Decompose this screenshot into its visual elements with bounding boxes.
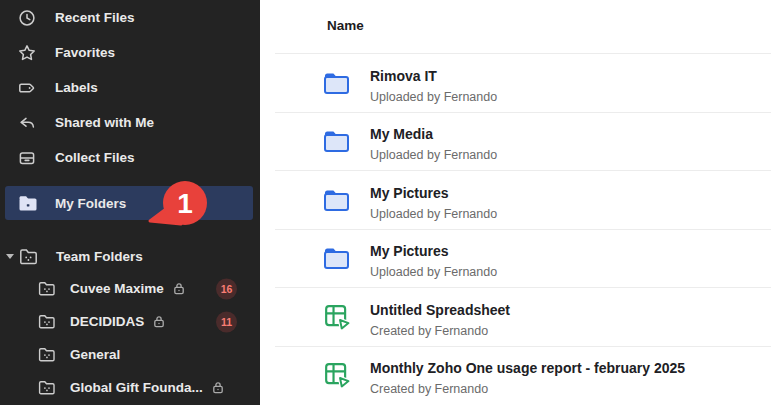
folder-filled-icon — [18, 195, 38, 212]
file-title: Untitled Spreadsheet — [370, 301, 510, 319]
file-subtitle: Created by Fernando — [370, 323, 510, 339]
folder-icon — [323, 246, 350, 270]
team-folder-label: Global Gift Founda... — [70, 380, 203, 395]
folder-icon — [323, 71, 350, 95]
sidebar-item-recent-files[interactable]: Recent Files — [0, 0, 260, 35]
team-folder-label: Cuvee Maxime — [70, 281, 164, 296]
sidebar-item-collect-files[interactable]: Collect Files — [0, 140, 260, 175]
sidebar-team-folder-item[interactable]: General — [0, 338, 260, 371]
file-row[interactable]: Rimova IT Uploaded by Fernando — [275, 53, 771, 112]
sidebar-item-label: My Folders — [55, 196, 126, 211]
team-subfolder-icon — [38, 347, 56, 362]
workdrive-app: Recent Files Favorites Labels — [0, 0, 771, 405]
file-subtitle: Created by Fernando — [370, 381, 685, 397]
count-badge: 16 — [216, 278, 237, 299]
lock-icon — [153, 315, 165, 328]
team-folder-label: DECIDIDAS — [70, 314, 144, 329]
sidebar-item-label: Favorites — [55, 45, 115, 60]
file-subtitle: Uploaded by Fernando — [370, 206, 497, 222]
file-subtitle: Uploaded by Fernando — [370, 264, 497, 280]
tag-icon — [18, 79, 36, 97]
folder-icon — [323, 188, 350, 212]
file-row-text: My Media Uploaded by Fernando — [370, 125, 497, 163]
sidebar-item-my-folders[interactable]: My Folders — [5, 186, 253, 220]
file-row-text: Rimova IT Uploaded by Fernando — [370, 67, 497, 105]
folder-icon — [323, 129, 350, 153]
sidebar-team-folder-item[interactable]: Global Gift Founda... — [0, 371, 260, 404]
file-title: Monthly Zoho One usage report - february… — [370, 359, 685, 377]
file-row[interactable]: My Media Uploaded by Fernando — [275, 112, 771, 171]
sidebar-item-team-folders[interactable]: Team Folders — [0, 240, 260, 272]
sidebar-item-labels[interactable]: Labels — [0, 70, 260, 105]
file-row-text: My Pictures Uploaded by Fernando — [370, 184, 497, 222]
file-title: My Media — [370, 125, 497, 143]
sidebar-team-folder-item[interactable]: DECIDIDAS 11 — [0, 305, 260, 338]
file-list: Rimova IT Uploaded by Fernando My Media … — [260, 53, 771, 404]
sidebar-item-label: Team Folders — [56, 249, 143, 264]
team-subfolder-icon — [38, 314, 56, 329]
star-icon — [18, 44, 36, 62]
sidebar-item-label: Shared with Me — [55, 115, 154, 130]
file-row[interactable]: Monthly Zoho One usage report - february… — [275, 346, 771, 405]
team-subfolder-icon — [38, 380, 56, 395]
sidebar-item-shared-with-me[interactable]: Shared with Me — [0, 105, 260, 140]
count-badge: 11 — [216, 311, 237, 332]
file-row-text: My Pictures Uploaded by Fernando — [370, 242, 497, 280]
sidebar-team-folder-item[interactable]: Cuvee Maxime 16 — [0, 272, 260, 305]
spreadsheet-icon — [324, 362, 350, 388]
file-row-text: Untitled Spreadsheet Created by Fernando — [370, 301, 510, 339]
team-folder-icon — [19, 248, 38, 265]
file-row-text: Monthly Zoho One usage report - february… — [370, 359, 685, 397]
clock-icon — [18, 9, 36, 27]
file-row[interactable]: Untitled Spreadsheet Created by Fernando — [275, 287, 771, 346]
file-row[interactable]: My Pictures Uploaded by Fernando — [275, 229, 771, 288]
file-list-panel: Name Rimova IT Uploaded by Fernando — [260, 0, 771, 405]
team-subfolder-icon — [38, 281, 56, 296]
lock-icon — [212, 381, 224, 394]
sidebar-item-favorites[interactable]: Favorites — [0, 35, 260, 70]
file-subtitle: Uploaded by Fernando — [370, 89, 497, 105]
file-row[interactable]: My Pictures Uploaded by Fernando — [275, 170, 771, 229]
team-folder-list: Cuvee Maxime 16 DECIDIDAS — [0, 272, 260, 404]
team-folder-label: General — [70, 347, 120, 362]
sidebar-item-label: Labels — [55, 80, 98, 95]
sidebar: Recent Files Favorites Labels — [0, 0, 260, 405]
sidebar-item-label: Collect Files — [55, 150, 135, 165]
spreadsheet-icon — [324, 304, 350, 330]
chevron-down-icon[interactable] — [6, 254, 14, 259]
column-header-name[interactable]: Name — [260, 0, 771, 53]
file-title: My Pictures — [370, 184, 497, 202]
reply-arrow-icon — [18, 114, 36, 132]
sidebar-item-label: Recent Files — [55, 10, 135, 25]
file-subtitle: Uploaded by Fernando — [370, 147, 497, 163]
file-title: Rimova IT — [370, 67, 497, 85]
collect-tray-icon — [18, 149, 36, 167]
file-title: My Pictures — [370, 242, 497, 260]
lock-icon — [173, 282, 185, 295]
